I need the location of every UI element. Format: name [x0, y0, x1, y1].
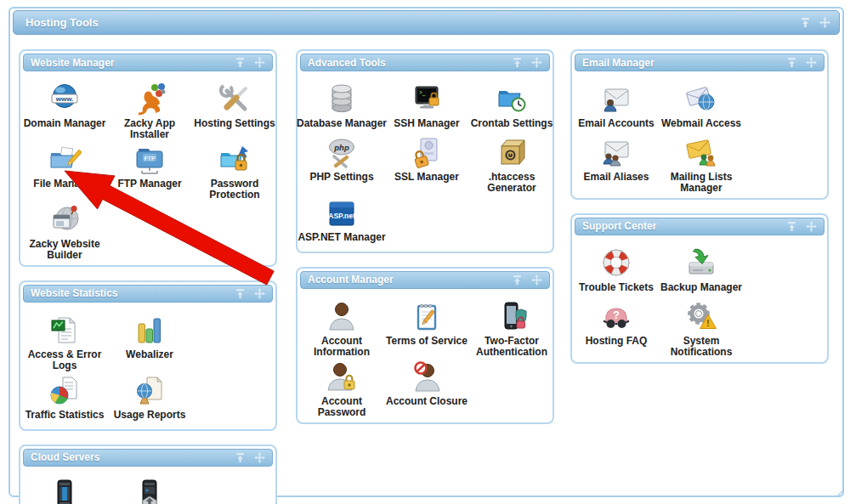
tool-file-manager[interactable]: File Manager — [22, 141, 107, 201]
tool-traffic-statistics[interactable]: Traffic Statistics — [22, 372, 107, 426]
tool-account-information[interactable]: Account Information — [299, 298, 384, 359]
tool-ftp-manager[interactable]: FTP FTP Manager — [107, 141, 192, 201]
panel-title: Email Manager — [582, 57, 654, 69]
tool-domain-manager[interactable]: www. Domain Manager — [22, 81, 107, 141]
panel-title: Account Manager — [308, 274, 394, 286]
panel-title: Website Manager — [31, 57, 114, 69]
globe-document-icon — [133, 374, 167, 408]
tool-label: Crontab Settings — [466, 118, 558, 129]
tool-account-closure[interactable]: Account Closure — [384, 359, 469, 419]
tool-hosting-settings[interactable]: Hosting Settings — [192, 81, 277, 141]
tool-aspnet-manager[interactable]: ASP.net ASP.NET Manager — [299, 195, 384, 248]
tool-zacky-website-builder[interactable]: Zacky Website Builder — [22, 201, 107, 262]
tool-label: Two-Factor Authentication — [466, 336, 558, 359]
php-tools-icon: php — [325, 136, 359, 170]
tool-email-accounts[interactable]: Email Accounts — [574, 81, 659, 134]
tool-label: Zacky Website Builder — [19, 239, 110, 262]
panel-advanced-tools: Advanced Tools Database Manager — [296, 49, 554, 253]
crossed-tools-icon — [218, 82, 252, 116]
tool-terms-of-service[interactable]: Terms of Service — [384, 298, 469, 359]
pin-to-top-icon[interactable] — [512, 275, 523, 286]
tool-vps-upgrades[interactable]: VPS Upgrades — [107, 476, 192, 504]
tool-backup-manager[interactable]: Backup Manager — [659, 245, 744, 298]
tool-php-settings[interactable]: php PHP Settings — [299, 134, 384, 195]
tool-ssh-manager[interactable]: >_ SSH Manager — [384, 81, 469, 134]
tool-usage-reports[interactable]: Usage Reports — [107, 372, 192, 426]
panel-account-manager-header: Account Manager — [300, 271, 550, 289]
pin-to-top-icon[interactable] — [235, 288, 246, 299]
kangaroo-apps-icon — [133, 82, 167, 116]
person-blocked-icon — [410, 360, 444, 394]
move-icon[interactable] — [254, 57, 265, 68]
tool-trouble-tickets[interactable]: Trouble Tickets — [574, 245, 659, 298]
tool-mailing-lists-manager[interactable]: Mailing Lists Manager — [659, 134, 744, 195]
tool-two-factor-authentication[interactable]: Two-Factor Authentication — [469, 298, 554, 359]
folder-pencil-icon — [48, 143, 82, 177]
move-icon[interactable] — [531, 57, 542, 68]
move-icon[interactable] — [254, 452, 265, 463]
envelope-person-icon — [599, 82, 633, 116]
lifebuoy-icon — [599, 246, 633, 280]
tool-account-password[interactable]: Account Password — [299, 359, 384, 419]
pin-to-top-icon[interactable] — [786, 221, 797, 232]
resize-grip-icon[interactable] — [836, 490, 844, 497]
pin-to-top-icon[interactable] — [235, 452, 246, 463]
tool-label: Domain Manager — [19, 118, 110, 129]
tool-crontab-settings[interactable]: Crontab Settings — [469, 81, 554, 134]
move-icon[interactable] — [806, 221, 817, 232]
window-titlebar: Hosting Tools — [13, 10, 840, 35]
move-icon[interactable] — [819, 17, 830, 28]
svg-text:php: php — [333, 143, 349, 152]
move-icon[interactable] — [531, 275, 542, 286]
tool-access-error-logs[interactable]: Access & Error Logs — [22, 312, 107, 372]
tool-label: PHP Settings — [296, 172, 388, 183]
panel-account-manager: Account Manager Account Information — [296, 267, 554, 424]
svg-text:!: ! — [706, 319, 709, 328]
envelope-people-icon — [599, 136, 633, 170]
tool-label: Webalizer — [104, 349, 196, 360]
pin-to-top-icon[interactable] — [235, 57, 246, 68]
pin-to-top-icon[interactable] — [800, 17, 811, 28]
tool-label: Account Password — [296, 396, 388, 419]
panel-cloud-servers: Cloud Servers VPS Manager — [19, 445, 277, 504]
tool-label: Webmail Access — [655, 118, 747, 129]
tool-webalizer[interactable]: Webalizer — [107, 312, 192, 372]
tool-password-protection[interactable]: Password Protection — [192, 141, 277, 201]
panel-title: Cloud Servers — [31, 451, 99, 463]
window-title: Hosting Tools — [26, 16, 99, 29]
tool-zacky-app-installer[interactable]: Zacky App Installer — [107, 81, 192, 141]
pin-to-top-icon[interactable] — [512, 57, 523, 68]
drive-green-arrow-icon — [684, 246, 718, 280]
column-middle: Advanced Tools Database Manager — [296, 49, 554, 438]
tool-label: Terms of Service — [381, 336, 473, 347]
tool-ssl-manager[interactable]: SSL Manager — [384, 134, 469, 195]
move-icon[interactable] — [254, 288, 265, 299]
tool-system-notifications[interactable]: ! System Notifications — [659, 298, 744, 359]
aspnet-logo-icon: ASP.net — [325, 196, 359, 230]
pin-to-top-icon[interactable] — [786, 57, 797, 68]
tool-database-manager[interactable]: Database Manager — [299, 81, 384, 134]
folder-padlock-icon — [218, 143, 252, 177]
folder-clock-icon — [495, 82, 529, 116]
move-icon[interactable] — [806, 57, 817, 68]
tool-label: Usage Reports — [104, 410, 196, 421]
svg-text:www.: www. — [55, 95, 74, 103]
page: Hosting Tools Website Manager — [0, 0, 850, 504]
tool-label: .htaccess Generator — [466, 172, 558, 195]
svg-text:>_: >_ — [419, 89, 426, 96]
svg-text:FTP: FTP — [144, 155, 156, 161]
document-chart-icon — [48, 314, 82, 348]
computer-lock-icon — [410, 136, 444, 170]
tool-htaccess-generator[interactable]: .htaccess Generator — [469, 134, 554, 195]
gear-warning-icon: ! — [684, 300, 718, 334]
panel-cloud-servers-header: Cloud Servers — [23, 449, 273, 467]
tool-label: File Manager — [19, 178, 110, 190]
tool-webmail-access[interactable]: Webmail Access — [659, 81, 744, 134]
tool-hosting-faq[interactable]: ? Hosting FAQ — [574, 298, 659, 359]
panel-email-manager: Email Manager Email Accounts — [570, 49, 829, 200]
tool-label: SSH Manager — [381, 118, 473, 129]
tool-email-aliases[interactable]: Email Aliases — [574, 134, 659, 195]
tool-label: Email Accounts — [570, 118, 662, 129]
panel-title: Support Center — [582, 220, 656, 232]
tool-vps-manager[interactable]: VPS Manager — [22, 476, 107, 504]
